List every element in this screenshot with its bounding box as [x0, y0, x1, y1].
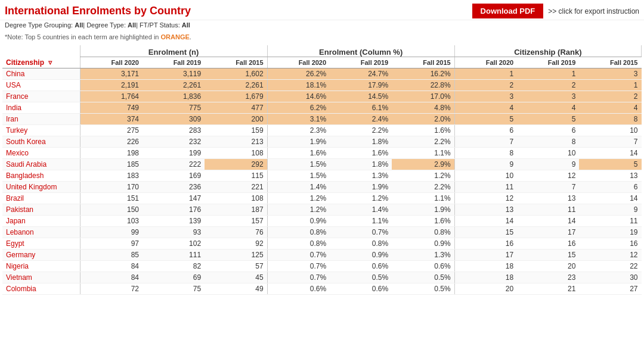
data-cell: 13 [517, 192, 579, 204]
data-cell: 1.4% [267, 181, 330, 192]
data-cell: 20 [454, 283, 517, 294]
data-cell: 6 [454, 124, 517, 136]
data-cell: 20 [517, 260, 579, 272]
data-cell: 45 [205, 272, 267, 283]
data-cell: 147 [143, 192, 205, 204]
data-cell: 4.8% [392, 102, 454, 113]
data-cell: 1.9% [267, 136, 330, 147]
data-cell: 85 [80, 249, 143, 260]
citizenship-cell: Egypt [2, 238, 80, 249]
data-cell: 72 [80, 283, 143, 294]
data-cell: 17.9% [330, 79, 392, 91]
table-row: Vietnam8469450.7%0.5%0.5%182330 [2, 272, 642, 283]
data-cell: 0.9% [330, 249, 392, 260]
data-cell: 75 [143, 283, 205, 294]
download-pdf-button[interactable]: Download PDF [472, 4, 544, 18]
data-cell: 169 [143, 170, 205, 181]
data-cell: 1.6% [267, 147, 330, 158]
export-instruction-link[interactable]: >> click for export instruction [548, 7, 639, 15]
data-cell: 3.1% [267, 113, 330, 124]
table-body: China3,1713,1191,60226.2%24.7%16.2%113US… [2, 68, 642, 294]
data-cell: 22.8% [392, 79, 454, 91]
data-cell: 15 [454, 226, 517, 238]
data-cell: 283 [143, 124, 205, 136]
data-cell: 0.9% [267, 215, 330, 226]
data-cell: 7 [579, 136, 641, 147]
table-row: Mexico1981991081.6%1.6%1.1%81014 [2, 147, 642, 158]
data-cell: 6 [517, 124, 579, 136]
data-cell: 102 [143, 238, 205, 249]
citizenship-cell: United Kingdom [2, 181, 80, 192]
fall2019-pct-header: Fall 2019 [330, 57, 392, 68]
data-cell: 3 [517, 91, 579, 102]
data-cell: 1.9% [330, 181, 392, 192]
table-row: Iran3743092003.1%2.4%2.0%558 [2, 113, 642, 124]
data-cell: 2 [454, 79, 517, 91]
data-cell: 3 [579, 68, 641, 79]
data-cell: 18 [454, 272, 517, 283]
data-cell: 8 [579, 113, 641, 124]
group-header-row: Enrolment (n) Enrolment (Column %) Citiz… [2, 45, 642, 57]
data-cell: 221 [205, 181, 267, 192]
data-cell: 374 [80, 113, 143, 124]
fall2019-rank-header: Fall 2019 [517, 57, 579, 68]
enrolment-pct-group: Enrolment (Column %) [267, 45, 454, 57]
data-cell: 10 [579, 124, 641, 136]
data-cell: 0.6% [392, 260, 454, 272]
data-cell: 3 [454, 91, 517, 102]
data-cell: 1,679 [205, 91, 267, 102]
data-cell: 1.1% [392, 192, 454, 204]
data-cell: 0.6% [267, 283, 330, 294]
data-cell: 6.2% [267, 102, 330, 113]
top-bar: International Enrolments by Country Down… [0, 0, 644, 20]
data-cell: 11 [579, 215, 641, 226]
citizenship-cell: Germany [2, 249, 80, 260]
data-cell: 2.2% [330, 124, 392, 136]
enrolments-table: Enrolment (n) Enrolment (Column %) Citiz… [2, 45, 642, 295]
data-cell: 14 [517, 215, 579, 226]
data-cell: 12 [454, 192, 517, 204]
data-cell: 185 [80, 158, 143, 170]
fall2015-pct-header: Fall 2015 [392, 57, 454, 68]
data-cell: 477 [205, 102, 267, 113]
data-cell: 12 [517, 170, 579, 181]
data-cell: 0.5% [392, 283, 454, 294]
data-cell: 0.6% [330, 260, 392, 272]
data-cell: 9 [517, 158, 579, 170]
data-cell: 1 [579, 79, 641, 91]
data-cell: 4 [579, 102, 641, 113]
data-cell: 1.8% [330, 158, 392, 170]
data-cell: 8 [454, 147, 517, 158]
data-cell: 21 [517, 283, 579, 294]
data-cell: 1,764 [80, 91, 143, 102]
data-cell: 115 [205, 170, 267, 181]
table-row: Japan1031391570.9%1.1%1.6%141411 [2, 215, 642, 226]
data-cell: 8 [517, 136, 579, 147]
data-cell: 103 [80, 215, 143, 226]
data-cell: 150 [80, 204, 143, 215]
data-cell: 4 [517, 102, 579, 113]
data-cell: 6 [579, 181, 641, 192]
data-cell: 18 [454, 260, 517, 272]
data-cell: 3,119 [143, 68, 205, 79]
data-cell: 82 [143, 260, 205, 272]
empty-header [2, 45, 80, 57]
citizenship-col-header[interactable]: Citizenship ▿ [2, 57, 80, 68]
data-cell: 2.2% [392, 136, 454, 147]
data-cell: 10 [517, 147, 579, 158]
data-cell: 18.1% [267, 79, 330, 91]
data-cell: 17 [517, 226, 579, 238]
data-cell: 236 [143, 181, 205, 192]
table-row: Brazil1511471081.2%1.2%1.1%121314 [2, 192, 642, 204]
data-cell: 92 [205, 238, 267, 249]
data-cell: 2,261 [205, 79, 267, 91]
data-cell: 0.8% [330, 238, 392, 249]
data-cell: 2 [517, 79, 579, 91]
citizenship-cell: Bangladesh [2, 170, 80, 181]
data-cell: 125 [205, 249, 267, 260]
data-cell: 0.7% [267, 260, 330, 272]
subtitle: Degree Type Grouping: All| Degree Type: … [0, 20, 644, 31]
data-cell: 2,261 [143, 79, 205, 91]
data-cell: 16 [579, 238, 641, 249]
data-cell: 749 [80, 102, 143, 113]
